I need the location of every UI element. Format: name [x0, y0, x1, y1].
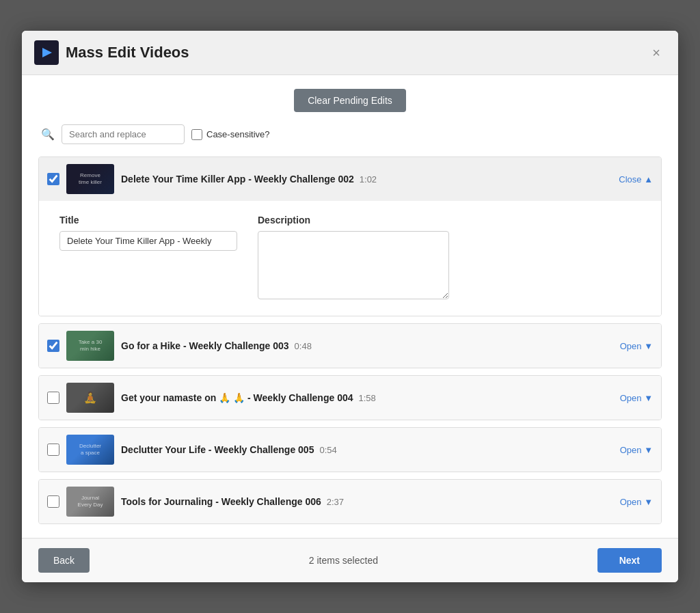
video-action-1[interactable]: Close ▲ — [619, 174, 653, 185]
video-info-2: Go for a Hike - Weekly Challenge 003 0:4… — [121, 340, 613, 351]
video-card-2: Take a 30min hike Go for a Hike - Weekly… — [38, 323, 662, 368]
thumb-text-2: Take a 30min hike — [77, 338, 104, 353]
video-title-1: Delete Your Time Killer App - Weekly Cha… — [121, 174, 354, 185]
video-checkbox-4[interactable] — [47, 444, 59, 456]
modal-overlay: Mass Edit Videos × Clear Pending Edits 🔍… — [0, 0, 700, 613]
desc-textarea-1[interactable] — [258, 231, 449, 299]
modal-header-left: Mass Edit Videos — [34, 40, 189, 65]
search-icon: 🔍 — [41, 128, 55, 141]
clear-pending-button[interactable]: Clear Pending Edits — [294, 89, 406, 112]
thumb-text-3: 🧘 — [82, 390, 98, 405]
video-card-5: JournalEvery Day Tools for Journaling - … — [38, 479, 662, 524]
case-sensitive-checkbox[interactable] — [191, 129, 202, 140]
modal-body: Clear Pending Edits 🔍 Case-sensitive? — [22, 75, 678, 538]
video-thumbnail-4: Decluttera space — [66, 435, 114, 465]
thumb-text-5: JournalEvery Day — [77, 493, 105, 509]
video-card-4: Decluttera space Declutter Your Life - W… — [38, 427, 662, 472]
video-card-1: Removetime killer Delete Your Time Kille… — [38, 156, 662, 316]
video-expand-panel-1: Title Description — [39, 201, 661, 316]
video-action-3[interactable]: Open ▼ — [620, 393, 653, 403]
video-action-2[interactable]: Open ▼ — [620, 341, 653, 351]
thumb-text-4: Decluttera space — [78, 441, 103, 457]
video-info-1: Delete Your Time Killer App - Weekly Cha… — [121, 174, 612, 185]
modal-title: Mass Edit Videos — [66, 44, 189, 62]
video-list: Removetime killer Delete Your Time Kille… — [38, 156, 662, 524]
video-action-5[interactable]: Open ▼ — [620, 497, 653, 507]
video-duration-3: 1:58 — [359, 393, 376, 403]
title-field-group: Title — [59, 215, 237, 299]
video-checkbox-1[interactable] — [47, 173, 59, 185]
video-row-5: JournalEvery Day Tools for Journaling - … — [39, 480, 661, 523]
video-thumbnail-2: Take a 30min hike — [66, 331, 114, 361]
video-duration-4: 0:54 — [319, 445, 336, 455]
video-row-1: Removetime killer Delete Your Time Kille… — [39, 157, 661, 201]
back-button[interactable]: Back — [38, 548, 90, 573]
search-input[interactable] — [62, 124, 185, 144]
modal-container: Mass Edit Videos × Clear Pending Edits 🔍… — [22, 31, 678, 582]
case-sensitive-label[interactable]: Case-sensitive? — [191, 129, 270, 140]
video-duration-1: 1:02 — [360, 174, 377, 185]
video-row-4: Decluttera space Declutter Your Life - W… — [39, 428, 661, 472]
desc-label: Description — [258, 215, 449, 226]
video-info-5: Tools for Journaling - Weekly Challenge … — [121, 496, 613, 507]
video-row-3: 🧘 Get your namaste on 🙏 🙏 - Weekly Chall… — [39, 376, 661, 420]
thumb-text-1: Removetime killer — [77, 171, 103, 187]
items-selected-label: 2 items selected — [309, 555, 378, 566]
video-thumbnail-3: 🧘 — [66, 383, 114, 413]
app-logo — [34, 40, 59, 65]
video-title-3: Get your namaste on 🙏 🙏 - Weekly Challen… — [121, 392, 353, 403]
video-checkbox-5[interactable] — [47, 495, 59, 508]
modal-header: Mass Edit Videos × — [22, 31, 678, 75]
title-input-1[interactable] — [59, 231, 237, 251]
video-info-3: Get your namaste on 🙏 🙏 - Weekly Challen… — [121, 392, 613, 403]
video-info-4: Declutter Your Life - Weekly Challenge 0… — [121, 444, 613, 455]
video-title-2: Go for a Hike - Weekly Challenge 003 — [121, 340, 289, 351]
video-title-4: Declutter Your Life - Weekly Challenge 0… — [121, 444, 314, 455]
video-row-2: Take a 30min hike Go for a Hike - Weekly… — [39, 324, 661, 368]
close-button[interactable]: × — [647, 43, 666, 62]
video-thumbnail-5: JournalEvery Day — [66, 487, 114, 517]
clear-btn-row: Clear Pending Edits — [38, 89, 662, 112]
video-duration-5: 2:37 — [327, 497, 344, 507]
video-title-5: Tools for Journaling - Weekly Challenge … — [121, 496, 321, 507]
video-checkbox-3[interactable] — [47, 392, 59, 404]
desc-field-group: Description — [258, 215, 449, 299]
case-sensitive-text: Case-sensitive? — [206, 129, 270, 139]
next-button[interactable]: Next — [597, 548, 662, 573]
logo-icon — [37, 43, 56, 62]
video-card-3: 🧘 Get your namaste on 🙏 🙏 - Weekly Chall… — [38, 375, 662, 420]
modal-footer: Back 2 items selected Next — [22, 538, 678, 582]
video-action-4[interactable]: Open ▼ — [620, 445, 653, 455]
title-label: Title — [59, 215, 237, 226]
video-thumbnail-1: Removetime killer — [66, 164, 114, 194]
video-duration-2: 0:48 — [295, 341, 312, 351]
video-checkbox-2[interactable] — [47, 340, 59, 352]
search-row: 🔍 Case-sensitive? — [38, 124, 662, 144]
